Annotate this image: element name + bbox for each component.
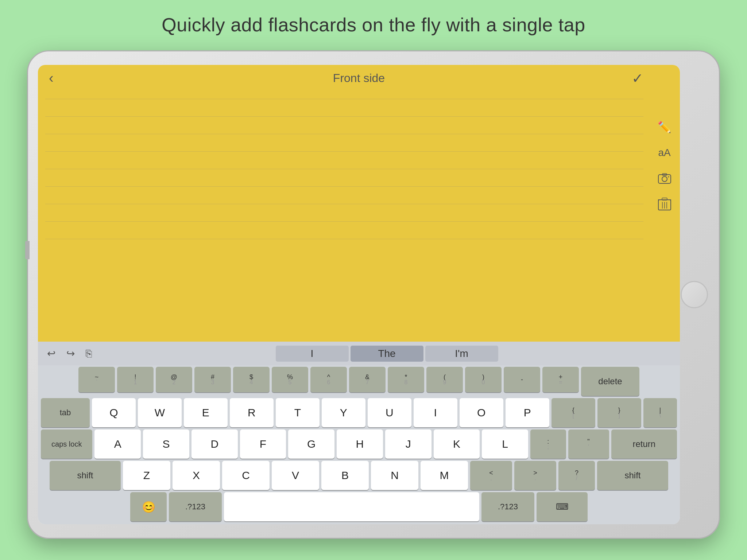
- back-button[interactable]: ‹: [49, 70, 54, 86]
- key-o[interactable]: O: [460, 398, 503, 427]
- key-dollar-4[interactable]: $ 4: [233, 367, 270, 392]
- key-pipe[interactable]: | \: [643, 398, 677, 427]
- key-x[interactable]: X: [173, 461, 220, 490]
- flashcard-content[interactable]: ✏️ aA: [38, 92, 680, 342]
- keyboard-rows: ~ ` ! 1 @ 2 # 3: [38, 365, 680, 524]
- key-at-2[interactable]: @ 2: [156, 367, 192, 392]
- undo-button[interactable]: ↩: [43, 346, 59, 361]
- keyboard-area: ↩ ↪ ⎘ I The I'm ~ ` !: [38, 342, 680, 524]
- ruling-line: [45, 204, 643, 204]
- camera-icon[interactable]: [654, 168, 674, 188]
- key-d[interactable]: D: [191, 429, 238, 459]
- symbol-row: ~ ` ! 1 @ 2 # 3: [41, 367, 677, 396]
- key-r[interactable]: R: [230, 398, 274, 427]
- redo-button[interactable]: ↪: [63, 346, 78, 361]
- key-m[interactable]: M: [421, 461, 468, 490]
- key-angle-close[interactable]: > .: [514, 461, 556, 490]
- flashcard-area: ‹ Front side ✓ ✏️ aA: [38, 65, 680, 342]
- key-angle-open[interactable]: < ,: [470, 461, 512, 490]
- key-q[interactable]: Q: [92, 398, 136, 427]
- key-j[interactable]: J: [385, 429, 431, 459]
- qwerty-row: tab Q W E R T Y U I O P { [ }: [41, 398, 677, 427]
- key-brace-open[interactable]: { [: [551, 398, 595, 427]
- ruling-line: [45, 239, 643, 239]
- shift-left-key[interactable]: shift: [50, 461, 121, 490]
- key-u[interactable]: U: [368, 398, 411, 427]
- key-p[interactable]: P: [506, 398, 549, 427]
- key-c[interactable]: C: [222, 461, 270, 490]
- suggestion-im[interactable]: I'm: [425, 346, 498, 362]
- page-subtitle: Quickly add flashcards on the fly with a…: [162, 14, 585, 36]
- key-z[interactable]: Z: [123, 461, 170, 490]
- autocomplete-suggestions: I The I'm: [99, 346, 674, 362]
- autocomplete-bar: ↩ ↪ ⎘ I The I'm: [38, 342, 680, 365]
- key-h[interactable]: H: [337, 429, 383, 459]
- ruling-line: [45, 151, 643, 152]
- ruling-line: [45, 116, 643, 117]
- key-star-8[interactable]: * 8: [388, 367, 424, 392]
- key-colon[interactable]: : ;: [530, 429, 566, 459]
- key-percent-5[interactable]: % 5: [272, 367, 308, 392]
- key-w[interactable]: W: [138, 398, 182, 427]
- key-a[interactable]: A: [94, 429, 141, 459]
- svg-point-3: [668, 176, 669, 177]
- bottom-row: 😊 .?123 .?123 ⌨: [41, 492, 677, 521]
- key-question[interactable]: ? /: [558, 461, 595, 490]
- key-amp-7[interactable]: & 7: [349, 367, 386, 392]
- asdf-row: caps lock A S D F G H J K L : ; ": [41, 429, 677, 459]
- check-button[interactable]: ✓: [632, 70, 643, 86]
- key-tilde-backtick[interactable]: ~ `: [78, 367, 115, 392]
- key-y[interactable]: Y: [322, 398, 365, 427]
- zxcv-row: shift Z X C V B N M < , > .: [41, 461, 677, 490]
- right-toolbar: ✏️ aA: [654, 117, 674, 214]
- tab-key[interactable]: tab: [41, 398, 90, 427]
- key-e[interactable]: E: [184, 398, 228, 427]
- suggestion-i[interactable]: I: [276, 346, 349, 362]
- ruling-line: [45, 134, 643, 134]
- key-plus-equal[interactable]: + =: [542, 367, 579, 392]
- key-k[interactable]: K: [434, 429, 480, 459]
- ipad-frame: ‹ Front side ✓ ✏️ aA: [27, 50, 720, 539]
- ipad-home-button[interactable]: [681, 281, 708, 308]
- clipboard-button[interactable]: ⎘: [82, 346, 96, 361]
- key-f[interactable]: F: [240, 429, 286, 459]
- key-n[interactable]: N: [371, 461, 418, 490]
- trash-icon[interactable]: [654, 194, 674, 214]
- ipad-screen: ‹ Front side ✓ ✏️ aA: [38, 65, 680, 524]
- svg-rect-0: [658, 175, 671, 183]
- delete-key[interactable]: delete: [581, 367, 639, 396]
- key-v[interactable]: V: [272, 461, 319, 490]
- return-key[interactable]: return: [611, 429, 677, 459]
- ruling-line: [45, 99, 643, 99]
- suggestion-the[interactable]: The: [351, 346, 423, 362]
- key-quote[interactable]: " ': [568, 429, 609, 459]
- key-caret-6[interactable]: ^ 6: [310, 367, 347, 392]
- font-size-icon[interactable]: aA: [654, 143, 674, 163]
- hide-keyboard-key[interactable]: ⌨: [537, 492, 588, 521]
- key-brace-close[interactable]: } ]: [597, 398, 641, 427]
- key-minus[interactable]: -: [504, 367, 540, 392]
- key-t[interactable]: T: [276, 398, 320, 427]
- svg-point-1: [662, 176, 667, 182]
- key-lparen-9[interactable]: ( 9: [426, 367, 463, 392]
- key-i[interactable]: I: [414, 398, 457, 427]
- ipad-side-button: [25, 241, 30, 259]
- ruling-line: [45, 221, 643, 222]
- flashcard-title: Front side: [333, 71, 385, 85]
- ruling-line: [45, 169, 643, 169]
- key-exclaim-1[interactable]: ! 1: [117, 367, 154, 392]
- emoji-key[interactable]: 😊: [130, 492, 167, 521]
- key-s[interactable]: S: [143, 429, 189, 459]
- shift-right-key[interactable]: shift: [597, 461, 668, 490]
- key-rparen-0[interactable]: ) 0: [465, 367, 502, 392]
- key-g[interactable]: G: [288, 429, 334, 459]
- key-l[interactable]: L: [482, 429, 528, 459]
- num-pad-left[interactable]: .?123: [169, 492, 222, 521]
- num-pad-right[interactable]: .?123: [481, 492, 534, 521]
- caps-lock-key[interactable]: caps lock: [41, 429, 92, 459]
- key-hash-3[interactable]: # 3: [194, 367, 231, 392]
- flashcard-header: ‹ Front side ✓: [38, 65, 680, 92]
- pencil-icon[interactable]: ✏️: [654, 117, 674, 137]
- key-b[interactable]: B: [321, 461, 369, 490]
- space-key[interactable]: [224, 492, 479, 521]
